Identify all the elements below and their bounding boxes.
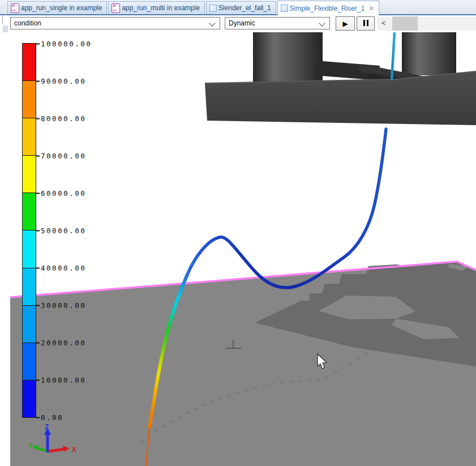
color-scale-value: 60000.00 bbox=[36, 189, 86, 198]
tab-simple_flexible_riser_1[interactable]: Simple_Flexible_Riser_1✕ bbox=[277, 1, 380, 15]
close-icon[interactable]: ✕ bbox=[368, 5, 374, 12]
time-scrollbar[interactable]: < bbox=[377, 16, 476, 31]
x-axis-label: X bbox=[72, 446, 76, 454]
color-scale-value: 90000.00 bbox=[36, 77, 86, 85]
color-scale-value: 20000.00 bbox=[36, 339, 86, 347]
color-scale-value: 30000.00 bbox=[36, 301, 86, 310]
tick-mark bbox=[36, 80, 40, 82]
platform-column bbox=[402, 32, 456, 75]
workspace-icon: WLo bbox=[112, 3, 120, 13]
tab-strip: WLoapp_run_single in exampleWLoapp_run_m… bbox=[0, 0, 476, 15]
color-scale-segment bbox=[23, 230, 36, 267]
tick-mark bbox=[36, 193, 40, 194]
tick-mark bbox=[36, 305, 40, 306]
color-scale-value: 50000.00 bbox=[36, 226, 86, 235]
tick-mark bbox=[36, 155, 40, 156]
color-scale-value: 10000.00 bbox=[36, 376, 86, 384]
chevron-down-icon bbox=[319, 20, 325, 26]
pause-icon bbox=[362, 20, 369, 28]
color-scale-labels: 100000.0090000.0080000.0070000.0060000.0… bbox=[36, 44, 109, 417]
color-scale-segment bbox=[23, 80, 36, 118]
tick-mark bbox=[36, 417, 40, 418]
left-panel-corner bbox=[0, 16, 3, 24]
color-scale-segment bbox=[23, 268, 36, 305]
color-scale-segment bbox=[23, 380, 36, 417]
tab-label: app_run_single in example bbox=[21, 4, 102, 12]
mode-combobox-value: Dynamic bbox=[229, 19, 255, 27]
color-scale-bar bbox=[23, 44, 36, 417]
tick-mark bbox=[36, 379, 40, 381]
tick-mark bbox=[36, 267, 40, 268]
color-scale-value: 40000.00 bbox=[36, 264, 86, 272]
play-button[interactable]: ▶ bbox=[336, 16, 355, 31]
tab-label: Simple_Flexible_Riser_1 bbox=[290, 5, 365, 12]
mode-combobox[interactable]: Dynamic bbox=[225, 17, 330, 29]
tab-app_run_multi-in-example[interactable]: WLoapp_run_multi in example bbox=[108, 1, 204, 14]
pause-button[interactable] bbox=[357, 16, 375, 31]
chevron-left-icon[interactable]: < bbox=[381, 19, 386, 27]
tab-label: Slender_el_fall_1 bbox=[218, 4, 271, 12]
tick-mark bbox=[36, 230, 40, 231]
y-axis-label: Y bbox=[28, 442, 33, 450]
color-scale-value: 80000.00 bbox=[36, 114, 86, 123]
color-scale-segment bbox=[23, 155, 36, 193]
tab-slender_el_fall_1[interactable]: Slender_el_fall_1 bbox=[206, 1, 276, 14]
tick-mark bbox=[36, 118, 40, 119]
color-scale-segment bbox=[23, 305, 36, 343]
z-axis-label: Z bbox=[45, 423, 49, 431]
condition-combobox[interactable]: condition bbox=[10, 17, 220, 29]
tab-app_run_single-in-example[interactable]: WLoapp_run_single in example bbox=[7, 1, 107, 14]
toolbar: condition Dynamic ▶ < bbox=[0, 15, 476, 32]
color-scale-value: 0.00 bbox=[36, 413, 63, 422]
platform-deck bbox=[205, 71, 476, 125]
platform bbox=[205, 32, 476, 125]
tick-mark bbox=[36, 43, 40, 44]
condition-combobox-value: condition bbox=[14, 19, 41, 27]
color-scale-value: 100000.00 bbox=[36, 40, 92, 48]
model-icon bbox=[281, 5, 288, 12]
workspace-icon: WLo bbox=[11, 3, 19, 13]
tab-label: app_run_multi in example bbox=[122, 4, 199, 12]
play-icon: ▶ bbox=[342, 20, 348, 28]
color-scale-value: 70000.00 bbox=[36, 152, 86, 160]
3d-viewport[interactable]: Z X Y 100000.0090000.0080000.0070000.006… bbox=[0, 32, 476, 466]
color-scale-legend: 100000.0090000.0080000.0070000.0060000.0… bbox=[23, 44, 36, 417]
chevron-down-icon bbox=[209, 20, 215, 26]
model-icon bbox=[209, 5, 217, 12]
riser-sag bbox=[187, 129, 386, 288]
color-scale-segment bbox=[23, 193, 36, 230]
time-scrollbar-thumb[interactable] bbox=[392, 16, 418, 31]
platform-column bbox=[253, 32, 323, 82]
color-scale-segment bbox=[23, 44, 36, 80]
color-scale-segment bbox=[23, 118, 36, 155]
color-scale-segment bbox=[23, 343, 36, 380]
tick-mark bbox=[36, 342, 40, 343]
